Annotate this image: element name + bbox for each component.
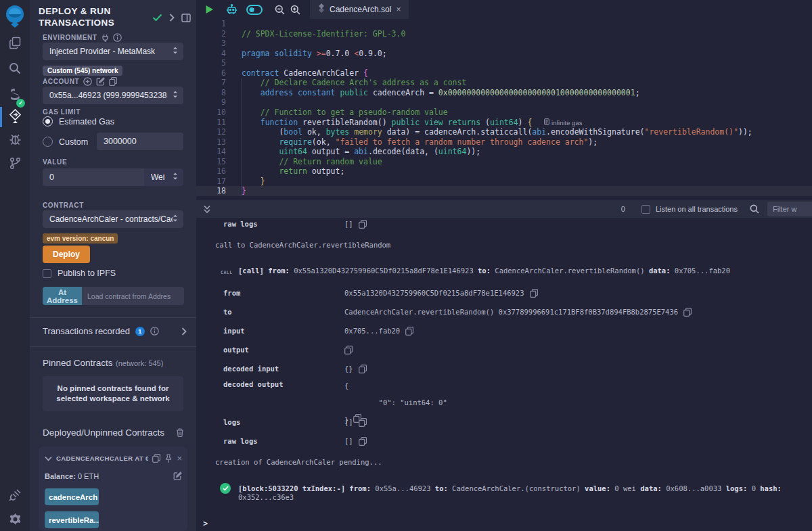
pin-contract-icon[interactable] [164,454,173,463]
fn-button-revertibleRandom[interactable]: revertibleRa... [45,511,99,528]
terminal-text-row: creation of CadenceArchCaler pending... [196,458,812,467]
tab-cadencearch-sol[interactable]: CadenceArch.sol × [310,0,409,19]
account-select[interactable]: 0x55a...46923 (999.9999453238 [43,87,183,104]
contract-label: CONTRACT [43,202,84,209]
chevron-updown-icon [173,172,178,183]
terminal-kv-label: decoded input [223,365,279,373]
fn-button-cadenceArch[interactable]: cadenceArch [45,488,99,505]
sidebar-item-plugin-manager[interactable] [0,488,30,504]
at-address-input[interactable] [82,287,184,305]
code-editor[interactable]: 123456789101112131415161718 // SPDX-Lice… [196,19,812,200]
custom-gas-input[interactable]: 3000000 [97,133,183,150]
copy-icon[interactable] [344,346,353,354]
value-unit-select[interactable]: Wei [144,168,183,186]
icon-rail: ✓ [0,0,30,531]
copy-icon[interactable] [359,418,367,427]
terminal-kv-row: input0x705...fab20 [196,327,812,336]
copy-icon[interactable] [359,365,367,373]
sidebar-item-settings[interactable] [0,513,30,528]
at-address-button[interactable]: At Address [43,287,82,305]
terminal-kv-value: [] [344,437,367,446]
sidebar-item-search[interactable] [0,62,30,77]
terminal-kv-row: raw logs[] [196,437,812,446]
deploy-run-icon [8,109,22,126]
terminal-prompt[interactable]: > [203,519,208,528]
remix-logo[interactable] [0,4,30,31]
terminal-kv-label: from [223,289,240,298]
code-line: return output; [242,166,812,177]
transactions-info-icon[interactable] [150,327,159,336]
gear-icon [9,513,22,528]
radio-estimated-gas[interactable] [43,116,53,126]
terminal-filter-input[interactable] [767,202,812,216]
chevron-updown-icon [173,90,178,101]
copy-account-icon[interactable] [109,77,117,86]
ai-toggle-icon[interactable] [246,5,263,15]
value-amount: 0 [49,172,54,182]
gas-limit-label: GAS LIMIT [43,108,81,116]
transactions-recorded-row[interactable]: Transactions recorded 1 [43,326,187,336]
remove-contract-icon[interactable]: × [177,453,182,463]
copy-icon[interactable] [359,437,367,446]
block-summary[interactable]: [block:5033220 txIndex:-] from: 0x55a...… [238,484,809,502]
gas-custom-option[interactable]: Custom [43,137,88,147]
sidebar-item-deploy-run[interactable] [0,109,30,126]
sidebar-item-solidity-compiler[interactable]: ✓ [0,88,30,106]
line-number: 17 [196,177,226,187]
terminal-search-icon[interactable] [750,204,759,214]
listen-all-checkbox[interactable] [641,205,650,214]
code-line: } [242,177,812,187]
custom-gas-value: 3000000 [104,137,137,146]
gas-estimated-option[interactable]: Estimated Gas [43,116,114,126]
copy-icon[interactable] [359,220,367,229]
publish-ipfs-checkbox[interactable] [43,269,51,278]
expand-panel-icon[interactable] [169,14,175,22]
code-line: function revertibleRandom() public view … [242,118,812,128]
collapse-contract-icon[interactable] [45,456,52,461]
transactions-expand-icon[interactable] [181,327,187,336]
zoom-in-icon[interactable] [290,5,300,15]
call-summary[interactable]: [call] from: 0x55a1320D432759960C5Df0215… [238,267,809,275]
terminal-kv-label: output [223,346,249,354]
sidebar-item-file-explorer[interactable] [0,37,30,52]
code-line: contract CadenceArchCaler { [242,68,812,78]
fork-state-icon[interactable] [102,34,109,42]
search-icon [9,62,21,77]
compile-success-badge: ✓ [16,99,25,108]
sidebar-item-git[interactable] [0,157,30,172]
value-input[interactable]: 0 [43,168,144,186]
line-number: 10 [196,108,226,118]
environment-info-icon[interactable] [113,33,122,42]
editor-toolbar: CadenceArch.sol × [196,0,812,19]
pin-panel-icon[interactable] [181,14,191,22]
remix-logo-icon [4,4,26,31]
close-tab-icon[interactable]: × [396,5,401,14]
ai-assistant-icon[interactable] [225,4,238,16]
sign-message-icon[interactable] [96,77,105,86]
zoom-out-icon[interactable] [275,5,285,15]
create-account-icon[interactable] [83,77,92,86]
line-number: 9 [196,97,226,108]
run-script-icon[interactable] [205,5,214,14]
terminal-kv-multiline-row: decoded output{ "0": "uint64: 0"} [196,380,812,415]
clear-deployed-icon[interactable] [176,428,184,437]
code-line: // Function to get a pseudo-random value [242,108,812,118]
code-line: address constant public cadenceArch = 0x… [242,88,812,98]
estimated-gas-label: Estimated Gas [59,117,114,126]
line-number: 18 [196,186,226,196]
copy-icon[interactable] [405,327,413,336]
copy-address-icon[interactable] [152,454,160,463]
contract-select[interactable]: CadenceArchCaler - contracts/Cac [43,210,183,228]
sidebar-item-debugger[interactable] [0,133,30,148]
publish-ipfs-label: Publish to IPFS [58,269,116,278]
radio-custom-gas[interactable] [43,137,53,147]
tab-label: CadenceArch.sol [330,5,391,14]
deploy-button[interactable]: Deploy [43,246,90,263]
collapse-terminal-icon[interactable] [203,205,211,214]
publish-ipfs-row[interactable]: Publish to IPFS [43,269,116,278]
environment-select[interactable]: Injected Provider - MetaMask [43,43,183,60]
edit-balance-icon[interactable] [173,471,182,480]
copy-icon[interactable] [530,289,538,298]
copy-icon[interactable] [683,308,692,317]
terminal-output[interactable]: > raw logs[]call to CadenceArchCaler.rev… [196,218,812,531]
